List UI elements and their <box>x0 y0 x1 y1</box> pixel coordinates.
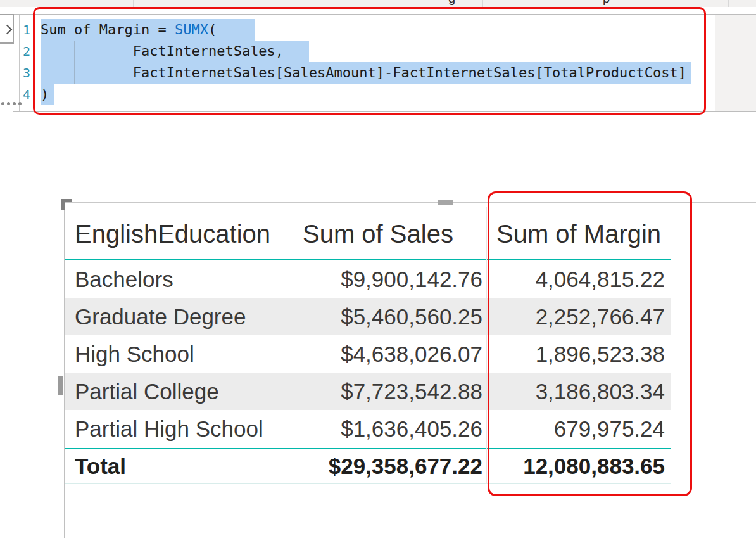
column-divider <box>296 207 296 483</box>
dax-text-token: FactInternetSales[SalesAmount]-FactInter… <box>41 65 686 80</box>
table-cell[interactable]: 1,896,523.38 <box>486 335 671 373</box>
formula-bar-top-border <box>13 14 756 15</box>
ribbon-strip: gp <box>0 0 756 7</box>
line-number: 3 <box>19 62 30 84</box>
table-header-row: EnglishEducationSum of SalesSum of Margi… <box>65 209 671 259</box>
total-cell: $29,358,677.22 <box>296 450 486 483</box>
dax-text-token: ) <box>41 86 49 102</box>
formula-bar-expand-button[interactable] <box>0 14 14 44</box>
ribbon-divider <box>287 0 287 7</box>
ribbon-divider <box>165 0 165 7</box>
column-header[interactable]: Sum of Sales <box>296 209 486 259</box>
dax-text-token: Sum of Margin = <box>41 22 175 37</box>
table-visual[interactable]: EnglishEducationSum of SalesSum of Margi… <box>65 209 671 259</box>
table-row[interactable]: Bachelors$9,900,142.764,064,815.22 <box>65 260 671 298</box>
table-cell[interactable]: Graduate Degree <box>65 298 296 335</box>
dax-text-token: ( <box>208 22 217 37</box>
table-cell[interactable]: $4,638,026.07 <box>296 335 486 373</box>
total-cell: Total <box>65 450 296 483</box>
visual-corner-handle[interactable] <box>61 199 65 210</box>
dax-text-token: FactInternetSales, <box>41 43 284 59</box>
table-cell[interactable]: Partial High School <box>65 410 296 447</box>
code-line[interactable]: FactInternetSales, <box>41 41 712 62</box>
table-cell[interactable]: 679,975.24 <box>486 410 671 447</box>
column-header[interactable]: EnglishEducation <box>65 209 296 259</box>
header-underline <box>65 259 671 260</box>
indent-guide <box>74 62 75 84</box>
ribbon-divider <box>482 0 483 7</box>
line-number: 1 <box>19 19 30 41</box>
dax-code[interactable]: Sum of Margin = SUMX( FactInternetSales,… <box>41 19 712 105</box>
table-cell[interactable]: 2,252,766.47 <box>486 298 671 335</box>
indent-guide <box>108 41 108 62</box>
table-cell[interactable]: 3,186,803.34 <box>486 373 671 410</box>
formula-bar-bottom-border <box>13 111 756 112</box>
table-cell[interactable]: $1,636,405.26 <box>296 410 486 447</box>
visual-resize-handle-top[interactable] <box>438 200 453 205</box>
code-line[interactable]: FactInternetSales[SalesAmount]-FactInter… <box>41 62 712 84</box>
column-divider <box>486 207 487 483</box>
indent-guide <box>74 41 75 62</box>
table-cell[interactable]: $7,723,542.88 <box>296 373 486 410</box>
table-row[interactable]: High School$4,638,026.071,896,523.38 <box>65 335 671 373</box>
total-cell: 12,080,883.65 <box>486 450 671 483</box>
table-cell[interactable]: Bachelors <box>65 260 296 298</box>
code-line[interactable]: ) <box>41 84 712 105</box>
table-cell[interactable]: $5,460,560.25 <box>296 298 486 335</box>
total-bottom-border <box>65 483 671 484</box>
table-cell[interactable]: 4,064,815.22 <box>486 260 671 298</box>
formula-bar-right-gutter <box>715 15 756 111</box>
table-cell[interactable]: Partial College <box>65 373 296 410</box>
table-row[interactable]: Graduate Degree$5,460,560.252,252,766.47 <box>65 298 671 335</box>
line-number-gutter: 1234 <box>19 19 30 105</box>
total-top-border <box>65 448 671 449</box>
table-body: Bachelors$9,900,142.764,064,815.22Gradua… <box>65 260 671 447</box>
table-row[interactable]: Partial High School$1,636,405.26679,975.… <box>65 410 671 447</box>
line-number: 4 <box>19 84 30 105</box>
table-row[interactable]: Partial College$7,723,542.883,186,803.34 <box>65 373 671 410</box>
table-cell[interactable]: High School <box>65 335 296 373</box>
ribbon-divider <box>213 0 213 7</box>
visual-resize-handle-left[interactable] <box>58 376 63 395</box>
ribbon-divider <box>728 0 729 7</box>
ribbon-text-fragment: g <box>448 0 455 6</box>
chevron-right-icon <box>3 25 13 35</box>
code-line[interactable]: Sum of Margin = SUMX( <box>41 19 712 41</box>
indent-guide <box>108 62 108 84</box>
dax-function-token: SUMX <box>175 22 208 37</box>
table-cell[interactable]: $9,900,142.76 <box>296 260 486 298</box>
ribbon-text-fragment: p <box>603 0 610 6</box>
visual-top-border <box>65 202 756 203</box>
table-total-row: Total$29,358,677.2212,080,883.65 <box>65 450 671 483</box>
ribbon-divider <box>133 0 134 7</box>
column-header[interactable]: Sum of Margin <box>486 209 671 259</box>
line-number: 2 <box>19 41 30 62</box>
